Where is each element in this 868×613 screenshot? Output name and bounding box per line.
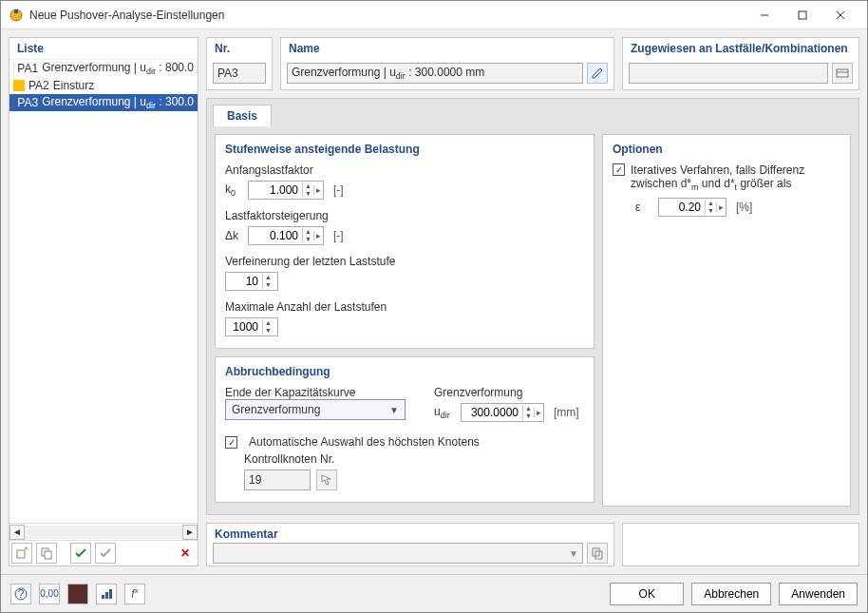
auto-label: Automatische Auswahl des höchsten Knoten… [249,435,480,449]
name-field[interactable]: Grenzverformung | udir : 300.0000 mm [287,63,583,84]
group-loading: Stufenweise ansteigende Belastung Anfang… [215,134,594,349]
apply-button[interactable]: Anwenden [779,583,858,605]
spinner-slider-icon[interactable]: ▸ [534,408,543,417]
color-button[interactable] [67,584,88,604]
udir-symbol: udir [434,405,455,420]
auto-checkbox[interactable]: ✓ [225,436,237,449]
spinner-arrows-icon[interactable]: ▲▼ [705,200,716,215]
liste-item-pa: PA2 [28,79,49,92]
svg-rect-8 [45,551,51,559]
units-button[interactable]: 0,00 [39,584,60,604]
comment-extra-button[interactable] [587,543,608,564]
spinner-slider-icon[interactable]: ▸ [313,185,323,195]
eps-unit: [%] [736,201,752,214]
assigned-field[interactable] [629,63,828,84]
name-value: Grenzverformung | udir : 300.0000 mm [292,66,484,81]
assigned-details-button[interactable] [832,63,853,84]
ok-button[interactable]: OK [610,583,684,605]
spinner-arrows-icon[interactable]: ▲▼ [262,319,274,335]
liste-item-pa: PA3 [17,96,38,109]
spinner-arrows-icon[interactable]: ▲▼ [262,274,274,289]
k0-value[interactable] [249,182,302,199]
dk-input[interactable]: ▲▼ ▸ [248,226,324,245]
svg-rect-9 [837,69,848,77]
window-title: Neue Pushover-Analyse-Einstellungen [29,9,745,22]
group-options: Optionen ✓ Iteratives Verfahren, falls D… [602,134,851,507]
end-value: Grenzverformung [232,403,320,416]
dk-symbol: Δk [225,229,242,242]
check-green-button[interactable] [70,543,91,564]
udir-unit: [mm] [554,406,579,419]
pick-node-button[interactable] [316,469,337,490]
max-value[interactable] [226,318,262,335]
svg-rect-6 [17,550,25,558]
tab-basis[interactable]: Basis [213,105,272,126]
spinner-arrows-icon[interactable]: ▲▼ [302,228,313,243]
refine-value[interactable] [226,273,262,290]
help-button[interactable]: ? [10,584,31,604]
nr-field: PA3 [213,63,266,84]
liste-item-pa: PA1 [17,62,38,75]
options-header: Optionen [613,143,840,156]
spinner-arrows-icon[interactable]: ▲▼ [302,182,313,198]
maximize-button[interactable] [783,2,821,29]
fx-button[interactable]: fx [124,584,145,604]
svg-text:?: ? [18,587,25,601]
iterative-checkbox[interactable]: ✓ [613,163,625,176]
liste-item-pa2[interactable]: PA2 Einsturz [9,77,198,94]
titlebar: Neue Pushover-Analyse-Einstellungen [1,1,867,29]
max-input[interactable]: ▲▼ [225,317,278,336]
name-header: Name [281,38,613,59]
scroll-right-icon[interactable]: ► [182,525,198,540]
svg-rect-17 [109,589,112,599]
check-grey-button[interactable] [95,543,116,564]
dk-label: Lastfaktorsteigerung [225,209,584,222]
svg-rect-15 [102,595,104,599]
k0-label: Anfangslastfaktor [225,163,584,177]
assigned-header: Zugewiesen an Lastfälle/Kombinationen [623,38,859,59]
loading-header: Stufenweise ansteigende Belastung [225,143,584,156]
udir-value[interactable] [462,404,522,421]
udir-input[interactable]: ▲▼ ▸ [461,403,544,422]
ctrl-field: 19 [244,469,311,490]
chart-button[interactable] [96,584,117,604]
spinner-arrows-icon[interactable]: ▲▼ [522,405,534,420]
dk-value[interactable] [249,227,302,244]
app-icon [9,8,24,23]
minimize-button[interactable] [745,2,783,29]
svg-rect-3 [799,11,806,19]
eps-input[interactable]: ▲▼ ▸ [658,198,726,217]
chevron-down-icon: ▼ [389,405,399,415]
k0-input[interactable]: ▲▼ ▸ [248,181,324,200]
chevron-down-icon: ▼ [569,548,578,559]
liste-header: Liste [9,38,198,59]
scroll-track[interactable] [25,526,182,539]
liste-item-text: Grenzverformung | udir : 300.0 [42,95,194,110]
copy-item-button[interactable] [36,543,57,564]
comment-header: Kommentar [207,524,613,541]
edit-name-button[interactable] [587,63,608,84]
refine-label: Verfeinerung der letzten Laststufe [225,255,584,268]
k0-symbol: k0 [225,182,242,198]
end-select[interactable]: Grenzverformung ▼ [225,399,406,420]
refine-input[interactable]: ▲▼ [225,272,278,291]
scroll-left-icon[interactable]: ◄ [9,525,25,540]
new-item-button[interactable] [11,543,32,564]
liste-item-pa1[interactable]: PA1 Grenzverformung | udir : 800.0 [9,60,198,77]
liste-item-pa3[interactable]: PA3 Grenzverformung | udir : 300.0 [9,94,198,111]
cancel-button[interactable]: Abbrechen [691,583,771,605]
liste-body[interactable]: PA1 Grenzverformung | udir : 800.0 PA2 E… [9,59,198,523]
delete-button[interactable]: ✕ [175,543,196,564]
comment-combo[interactable]: ▼ [213,543,583,564]
liste-hscrollbar[interactable]: ◄ ► [9,523,198,540]
ctrl-label: Kontrollknoten Nr. [244,452,584,466]
gv-label: Grenzverformung [434,386,579,399]
dk-unit: [-] [333,229,344,242]
spinner-slider-icon[interactable]: ▸ [313,231,323,240]
max-label: Maximale Anzahl der Laststufen [225,300,584,314]
spinner-slider-icon[interactable]: ▸ [716,202,726,212]
liste-item-text: Grenzverformung | udir : 800.0 [42,61,194,76]
eps-value[interactable] [659,199,705,216]
end-label: Ende der Kapazitätskurve [225,386,406,399]
close-button[interactable] [821,2,859,29]
